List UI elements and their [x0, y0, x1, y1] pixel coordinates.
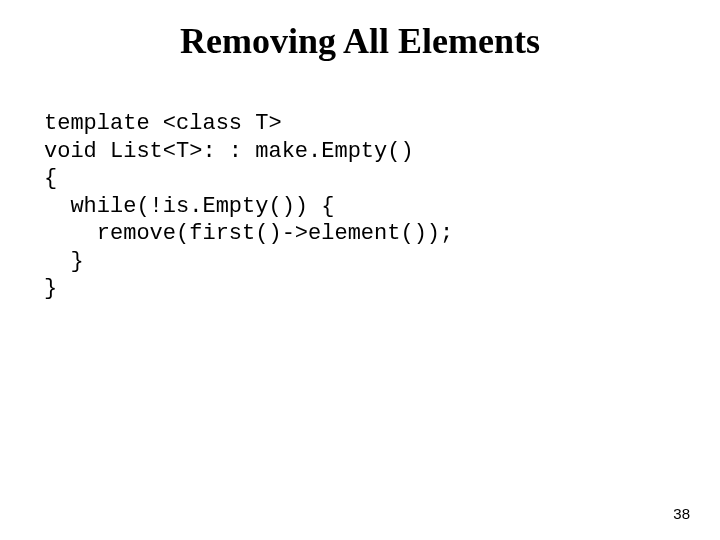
slide: Removing All Elements template <class T>…: [0, 0, 720, 540]
code-line-7: }: [44, 276, 57, 301]
code-line-6: }: [44, 249, 84, 274]
code-line-5: remove(first()->element());: [44, 221, 453, 246]
page-number: 38: [673, 505, 690, 522]
slide-title: Removing All Elements: [0, 20, 720, 62]
code-line-4: while(!is.Empty()) {: [44, 194, 334, 219]
code-line-3: {: [44, 166, 57, 191]
code-line-1: template <class T>: [44, 111, 282, 136]
code-block: template <class T> void List<T>: : make.…: [44, 110, 676, 303]
code-line-2: void List<T>: : make.Empty(): [44, 139, 414, 164]
